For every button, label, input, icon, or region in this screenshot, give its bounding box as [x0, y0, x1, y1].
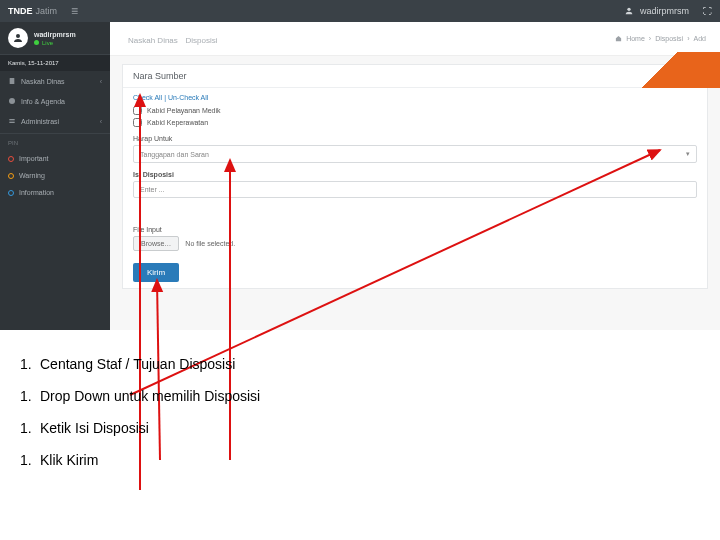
chevron-down-icon: ▾ — [686, 150, 690, 158]
label-harap-untuk: Harap Untuk — [133, 135, 697, 142]
dot-icon — [8, 156, 14, 162]
sidebar-role: Live — [34, 40, 76, 46]
info-icon — [8, 97, 16, 105]
chevron-left-icon: ‹ — [100, 78, 102, 85]
label-isi-disposisi: Isi Disposisi — [133, 171, 697, 178]
select-value: Tanggapan dan Saran — [140, 151, 209, 158]
file-status: No file selected. — [185, 240, 235, 247]
topbar-user[interactable]: wadirpmrsm ⛶ — [624, 6, 712, 16]
uncheck-all-link[interactable]: Un-Check All — [168, 94, 208, 101]
home-icon — [615, 35, 622, 42]
staff-checkbox[interactable] — [133, 118, 142, 127]
check-row[interactable]: Kabid Keperawatan — [133, 118, 697, 127]
harap-untuk-select[interactable]: Tanggapan dan Saran ▾ — [133, 145, 697, 163]
dot-icon — [8, 173, 14, 179]
main-header: Naskah Dinas Disposisi Home› Disposisi› … — [110, 22, 720, 56]
sidebar-username: wadirpmrsm — [34, 31, 76, 38]
sidebar: wadirpmrsm Live Kamis, 15-11-2017 Naskah… — [0, 22, 110, 330]
file-input-row: Browse… No file selected. — [133, 236, 697, 251]
sidebar-item-administrasi[interactable]: Administrasi ‹ — [0, 111, 110, 131]
sidebar-pin-information[interactable]: Information — [0, 184, 110, 201]
user-icon — [624, 6, 634, 16]
brand-bold: TNDE — [8, 6, 33, 16]
main: Naskah Dinas Disposisi Home› Disposisi› … — [110, 22, 720, 330]
instruction-list: 1.Centang Staf / Tujuan Disposisi 1.Drop… — [20, 340, 700, 484]
check-row[interactable]: Kabid Pelayanan Medik — [133, 106, 697, 115]
svg-point-0 — [627, 8, 630, 11]
brand: TNDE Jatim — [8, 6, 57, 16]
staff-checkbox[interactable] — [133, 106, 142, 115]
sidebar-section-pin: Pin — [0, 136, 110, 150]
sidebar-pin-warning[interactable]: Warning — [0, 167, 110, 184]
sidebar-pin-important[interactable]: Important — [0, 150, 110, 167]
isi-disposisi-input[interactable]: Enter ... — [133, 181, 697, 198]
sidebar-item-info-agenda[interactable]: Info & Agenda — [0, 91, 110, 111]
breadcrumb: Home› Disposisi› Add — [615, 35, 706, 42]
app-screenshot: TNDE Jatim ≡ wadirpmrsm ⛶ wadirpmrsm Liv… — [0, 0, 720, 330]
admin-icon — [8, 117, 16, 125]
fullscreen-icon[interactable]: ⛶ — [703, 6, 712, 16]
panel-nara-sumber: Nara Sumber — × Check All | Un-Check All — [122, 64, 708, 289]
chevron-left-icon: ‹ — [100, 118, 102, 125]
list-item: 1.Centang Staf / Tujuan Disposisi — [20, 356, 700, 372]
label-file-input: File Input — [133, 226, 697, 233]
input-placeholder: Enter ... — [140, 186, 165, 193]
topbar-username: wadirpmrsm — [640, 6, 689, 16]
sidebar-item-naskah-dinas[interactable]: Naskah Dinas ‹ — [0, 71, 110, 91]
kirim-button[interactable]: Kirim — [133, 263, 179, 282]
list-item: 1.Drop Down untuk memilih Disposisi — [20, 388, 700, 404]
svg-point-3 — [9, 98, 15, 104]
corner-accent — [600, 52, 720, 88]
list-item: 1.Klik Kirim — [20, 452, 700, 468]
dot-icon — [8, 190, 14, 196]
svg-rect-2 — [10, 78, 15, 84]
page-subtitle: Disposisi — [185, 36, 217, 45]
page-title: Naskah Dinas Disposisi — [124, 31, 217, 46]
sidebar-date: Kamis, 15-11-2017 — [0, 55, 110, 71]
svg-point-1 — [16, 34, 20, 38]
browse-button[interactable]: Browse… — [133, 236, 179, 251]
svg-rect-5 — [9, 122, 14, 123]
doc-icon — [8, 77, 16, 85]
brand-light: Jatim — [36, 6, 58, 16]
avatar — [8, 28, 28, 48]
sidebar-user: wadirpmrsm Live — [0, 22, 110, 55]
svg-rect-4 — [9, 119, 14, 120]
check-actions: Check All | Un-Check All — [133, 94, 697, 101]
topbar: TNDE Jatim ≡ wadirpmrsm ⛶ — [0, 0, 720, 22]
list-item: 1.Ketik Isi Disposisi — [20, 420, 700, 436]
check-all-link[interactable]: Check All — [133, 94, 162, 101]
panel-title: Nara Sumber — [133, 71, 187, 81]
hamburger-icon[interactable]: ≡ — [71, 4, 78, 18]
